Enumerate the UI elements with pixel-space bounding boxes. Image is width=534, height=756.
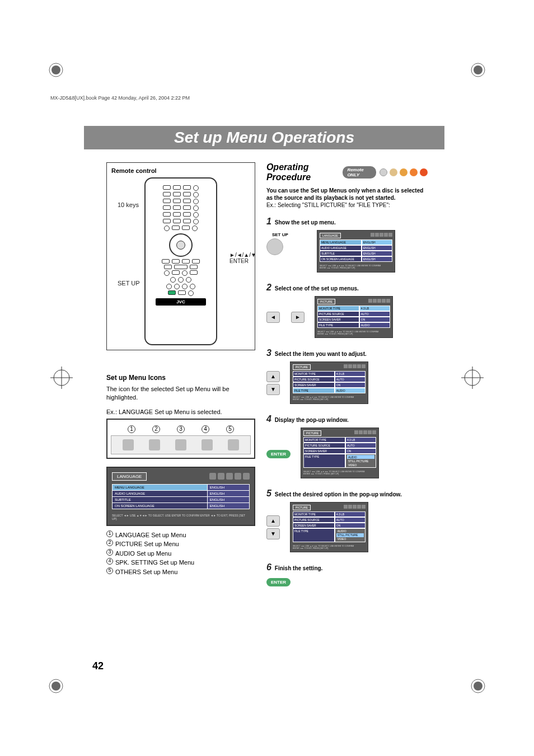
svg-point-7 xyxy=(474,682,483,691)
legend-list: 1LANGUAGE Set up Menu 2PICTURE Set up Me… xyxy=(106,530,255,577)
osd-language-box: LANGUAGE MENU LANGUAGEENGLISH AUDIO LANG… xyxy=(106,467,255,526)
up-arrow-btn[interactable]: ▲ xyxy=(266,371,280,382)
circled-5: 5 xyxy=(226,425,234,433)
svg-point-3 xyxy=(474,65,483,74)
page-number: 42 xyxy=(92,660,104,672)
setup-icons-heading: Set up Menu Icons xyxy=(106,374,255,382)
svg-point-1 xyxy=(51,65,60,74)
setup-key-label: SET UP xyxy=(272,232,307,237)
osd-step3: PICTURE MONITOR TYPE4:3 LB PICTURE SOURC… xyxy=(290,361,368,404)
registration-target-icon xyxy=(461,367,484,389)
osd-step5: PICTURE MONITOR TYPE4:3 LB PICTURE SOURC… xyxy=(290,502,368,553)
circled-1: 1 xyxy=(128,425,135,433)
speaker-icon xyxy=(202,439,213,450)
remote-box-heading: Remote control xyxy=(111,167,250,174)
enter-pill[interactable]: ENTER xyxy=(266,578,291,586)
osd-footer: SELECT ◄► USE ▲▼◄► TO SELECT. USE ENTER … xyxy=(112,514,250,520)
svg-point-5 xyxy=(51,682,60,691)
page-title-bar: Set up Menu Operations xyxy=(84,126,444,149)
step-3: 3Select the item you want to adjust. ▲ ▼… xyxy=(266,348,428,404)
step-2: 2Select one of the set up menus. ◄ ► PIC… xyxy=(266,283,428,339)
step-1: 1Show the set up menu. SET UP LANGUAGE M… xyxy=(266,217,428,273)
others-icon xyxy=(228,439,239,450)
down-arrow-btn[interactable]: ▼ xyxy=(266,384,280,395)
step-4: 4Display the pop-up window. ENTER PICTUR… xyxy=(266,414,428,478)
right-arrow-btn[interactable]: ► xyxy=(291,312,305,323)
left-column: Remote control xyxy=(106,162,255,655)
up-arrow-btn[interactable]: ▲ xyxy=(266,515,280,527)
callout-setup: SET UP xyxy=(118,280,140,287)
audio-icon xyxy=(175,439,186,450)
remote-brand: JVC xyxy=(156,298,206,306)
remote-only-badge: Remote ONLY xyxy=(343,166,376,179)
crop-mark-icon xyxy=(48,678,64,694)
down-arrow-btn[interactable]: ▼ xyxy=(266,528,280,539)
callout-10keys: 10 keys xyxy=(118,201,139,208)
intro-text: You can use the Set up Menus only when a… xyxy=(266,187,428,209)
osd-tab-name: LANGUAGE xyxy=(112,472,147,481)
osd-step1: LANGUAGE MENU LANGUAGEENGLISH AUDIO LANG… xyxy=(317,230,395,273)
crop-mark-icon xyxy=(470,62,486,78)
crop-mark-icon xyxy=(48,62,64,78)
crop-mark-icon xyxy=(470,678,486,694)
circled-3: 3 xyxy=(177,425,185,433)
circled-4: 4 xyxy=(202,425,209,433)
setup-icons-desc: The icon for the selected Set up Menu wi… xyxy=(106,385,255,402)
operating-heading: Operating Procedure xyxy=(266,162,339,182)
osd-step2: PICTURE MONITOR TYPE4:3 LB PICTURE SOURC… xyxy=(315,296,393,339)
picture-icon xyxy=(149,439,160,450)
disc-indicator-dots xyxy=(380,168,428,176)
page-title-text: Set up Menu Operations xyxy=(174,129,354,147)
enter-pill[interactable]: ENTER xyxy=(266,450,291,458)
step-5: 5Select the desired option in the pop-up… xyxy=(266,489,428,553)
setup-icons-example: Ex.: LANGUAGE Set up Menu is selected. xyxy=(106,408,255,415)
step-6: 6Finish the setting. ENTER xyxy=(266,562,428,586)
circled-2: 2 xyxy=(152,425,160,433)
left-arrow-btn[interactable]: ◄ xyxy=(266,312,280,323)
registration-target-icon xyxy=(50,367,73,389)
page-header-line: MX-JD5&8[UX].book Page 42 Monday, April … xyxy=(50,95,484,101)
icon-row-box: 1 2 3 4 5 xyxy=(106,419,255,459)
remote-outline: JVC xyxy=(144,177,217,345)
language-icon xyxy=(123,439,134,450)
right-column: Operating Procedure Remote ONLY You can … xyxy=(266,162,428,655)
callout-enter: ►/◄/▲/▼ENTER xyxy=(229,252,256,264)
osd-step4: PICTURE MONITOR TYPE4:3 LB PICTURE SOURC… xyxy=(301,428,379,478)
